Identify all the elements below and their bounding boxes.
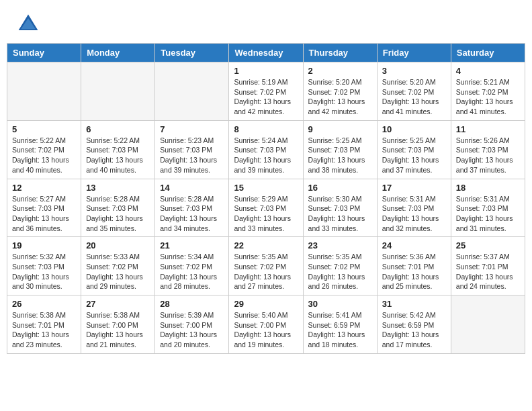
day-info: Sunrise: 5:29 AM Sunset: 7:03 PM Dayligh… [234, 194, 298, 234]
day-number: 8 [234, 124, 298, 134]
calendar-cell: 30Sunrise: 5:41 AM Sunset: 6:59 PM Dayli… [303, 295, 377, 354]
calendar-cell: 16Sunrise: 5:30 AM Sunset: 7:03 PM Dayli… [303, 179, 377, 237]
day-number: 24 [382, 240, 446, 250]
calendar-cell: 13Sunrise: 5:28 AM Sunset: 7:03 PM Dayli… [81, 179, 155, 237]
calendar-cell [81, 62, 155, 121]
calendar-cell: 23Sunrise: 5:35 AM Sunset: 7:02 PM Dayli… [303, 237, 377, 295]
day-number: 16 [308, 183, 372, 193]
day-info: Sunrise: 5:40 AM Sunset: 7:00 PM Dayligh… [234, 310, 298, 350]
day-number: 26 [12, 299, 76, 309]
day-number: 1 [234, 66, 298, 76]
calendar-week-1: 1Sunrise: 5:19 AM Sunset: 7:02 PM Daylig… [7, 62, 525, 121]
day-info: Sunrise: 5:22 AM Sunset: 7:03 PM Dayligh… [86, 136, 150, 175]
day-info: Sunrise: 5:25 AM Sunset: 7:03 PM Dayligh… [382, 136, 446, 175]
day-number: 22 [234, 240, 298, 250]
calendar-cell: 20Sunrise: 5:33 AM Sunset: 7:02 PM Dayli… [81, 237, 155, 295]
day-number: 5 [12, 124, 76, 134]
calendar-cell: 15Sunrise: 5:29 AM Sunset: 7:03 PM Dayli… [229, 179, 303, 237]
day-info: Sunrise: 5:37 AM Sunset: 7:01 PM Dayligh… [456, 252, 520, 291]
day-info: Sunrise: 5:33 AM Sunset: 7:02 PM Dayligh… [86, 252, 150, 291]
calendar-cell: 31Sunrise: 5:42 AM Sunset: 6:59 PM Dayli… [377, 295, 451, 354]
day-info: Sunrise: 5:30 AM Sunset: 7:03 PM Dayligh… [308, 194, 372, 234]
column-header-tuesday: Tuesday [155, 44, 229, 62]
calendar-cell: 26Sunrise: 5:38 AM Sunset: 7:01 PM Dayli… [7, 295, 81, 354]
column-header-thursday: Thursday [303, 44, 377, 62]
day-info: Sunrise: 5:27 AM Sunset: 7:03 PM Dayligh… [12, 194, 76, 234]
calendar-cell: 14Sunrise: 5:28 AM Sunset: 7:03 PM Dayli… [155, 179, 229, 237]
day-info: Sunrise: 5:21 AM Sunset: 7:02 PM Dayligh… [456, 77, 520, 117]
day-number: 2 [308, 66, 372, 76]
logo [16, 12, 43, 36]
day-info: Sunrise: 5:42 AM Sunset: 6:59 PM Dayligh… [382, 310, 446, 350]
logo-icon [16, 12, 40, 36]
day-number: 14 [160, 183, 224, 193]
calendar-cell: 12Sunrise: 5:27 AM Sunset: 7:03 PM Dayli… [7, 179, 81, 237]
day-number: 13 [86, 183, 150, 193]
day-info: Sunrise: 5:25 AM Sunset: 7:03 PM Dayligh… [308, 136, 372, 175]
day-number: 31 [382, 299, 446, 309]
day-info: Sunrise: 5:39 AM Sunset: 7:00 PM Dayligh… [160, 310, 224, 350]
calendar-cell: 18Sunrise: 5:31 AM Sunset: 7:03 PM Dayli… [451, 179, 525, 237]
calendar-week-3: 12Sunrise: 5:27 AM Sunset: 7:03 PM Dayli… [7, 179, 525, 237]
day-number: 18 [456, 183, 520, 193]
calendar-cell [155, 62, 229, 121]
column-header-sunday: Sunday [7, 44, 81, 62]
day-info: Sunrise: 5:20 AM Sunset: 7:02 PM Dayligh… [308, 77, 372, 117]
calendar-cell: 9Sunrise: 5:25 AM Sunset: 7:03 PM Daylig… [303, 120, 377, 179]
calendar-cell: 1Sunrise: 5:19 AM Sunset: 7:02 PM Daylig… [229, 62, 303, 121]
day-info: Sunrise: 5:32 AM Sunset: 7:03 PM Dayligh… [12, 252, 76, 291]
calendar-week-5: 26Sunrise: 5:38 AM Sunset: 7:01 PM Dayli… [7, 295, 525, 354]
calendar-cell: 25Sunrise: 5:37 AM Sunset: 7:01 PM Dayli… [451, 237, 525, 295]
calendar-cell: 7Sunrise: 5:23 AM Sunset: 7:03 PM Daylig… [155, 120, 229, 179]
day-number: 28 [160, 299, 224, 309]
day-number: 21 [160, 240, 224, 250]
day-info: Sunrise: 5:28 AM Sunset: 7:03 PM Dayligh… [86, 194, 150, 234]
day-info: Sunrise: 5:28 AM Sunset: 7:03 PM Dayligh… [160, 194, 224, 234]
day-info: Sunrise: 5:31 AM Sunset: 7:03 PM Dayligh… [382, 194, 446, 234]
calendar-table: SundayMondayTuesdayWednesdayThursdayFrid… [7, 43, 525, 354]
day-number: 15 [234, 183, 298, 193]
day-info: Sunrise: 5:35 AM Sunset: 7:02 PM Dayligh… [308, 252, 372, 291]
day-number: 3 [382, 66, 446, 76]
day-info: Sunrise: 5:20 AM Sunset: 7:02 PM Dayligh… [382, 77, 446, 117]
day-info: Sunrise: 5:34 AM Sunset: 7:02 PM Dayligh… [160, 252, 224, 291]
calendar-cell: 8Sunrise: 5:24 AM Sunset: 7:03 PM Daylig… [229, 120, 303, 179]
day-number: 7 [160, 124, 224, 134]
day-info: Sunrise: 5:24 AM Sunset: 7:03 PM Dayligh… [234, 136, 298, 175]
day-number: 6 [86, 124, 150, 134]
day-number: 10 [382, 124, 446, 134]
calendar-week-4: 19Sunrise: 5:32 AM Sunset: 7:03 PM Dayli… [7, 237, 525, 295]
calendar-cell: 6Sunrise: 5:22 AM Sunset: 7:03 PM Daylig… [81, 120, 155, 179]
day-info: Sunrise: 5:35 AM Sunset: 7:02 PM Dayligh… [234, 252, 298, 291]
day-info: Sunrise: 5:41 AM Sunset: 6:59 PM Dayligh… [308, 310, 372, 350]
calendar-week-2: 5Sunrise: 5:22 AM Sunset: 7:02 PM Daylig… [7, 120, 525, 179]
day-info: Sunrise: 5:23 AM Sunset: 7:03 PM Dayligh… [160, 136, 224, 175]
calendar-cell [7, 62, 81, 121]
day-number: 12 [12, 183, 76, 193]
day-number: 11 [456, 124, 520, 134]
day-number: 30 [308, 299, 372, 309]
calendar-cell: 2Sunrise: 5:20 AM Sunset: 7:02 PM Daylig… [303, 62, 377, 121]
calendar-cell: 4Sunrise: 5:21 AM Sunset: 7:02 PM Daylig… [451, 62, 525, 121]
day-info: Sunrise: 5:22 AM Sunset: 7:02 PM Dayligh… [12, 136, 76, 175]
calendar-cell: 11Sunrise: 5:26 AM Sunset: 7:03 PM Dayli… [451, 120, 525, 179]
day-number: 9 [308, 124, 372, 134]
calendar-cell: 21Sunrise: 5:34 AM Sunset: 7:02 PM Dayli… [155, 237, 229, 295]
day-info: Sunrise: 5:38 AM Sunset: 7:01 PM Dayligh… [12, 310, 76, 350]
day-info: Sunrise: 5:38 AM Sunset: 7:00 PM Dayligh… [86, 310, 150, 350]
calendar-cell: 10Sunrise: 5:25 AM Sunset: 7:03 PM Dayli… [377, 120, 451, 179]
day-number: 23 [308, 240, 372, 250]
day-number: 4 [456, 66, 520, 76]
day-number: 20 [86, 240, 150, 250]
calendar-cell: 17Sunrise: 5:31 AM Sunset: 7:03 PM Dayli… [377, 179, 451, 237]
column-header-saturday: Saturday [451, 44, 525, 62]
calendar-header-row: SundayMondayTuesdayWednesdayThursdayFrid… [7, 44, 525, 62]
page-header [0, 0, 532, 43]
day-number: 25 [456, 240, 520, 250]
calendar-cell: 5Sunrise: 5:22 AM Sunset: 7:02 PM Daylig… [7, 120, 81, 179]
column-header-monday: Monday [81, 44, 155, 62]
calendar-cell [451, 295, 525, 354]
calendar-cell: 29Sunrise: 5:40 AM Sunset: 7:00 PM Dayli… [229, 295, 303, 354]
calendar-cell: 27Sunrise: 5:38 AM Sunset: 7:00 PM Dayli… [81, 295, 155, 354]
day-info: Sunrise: 5:31 AM Sunset: 7:03 PM Dayligh… [456, 194, 520, 234]
